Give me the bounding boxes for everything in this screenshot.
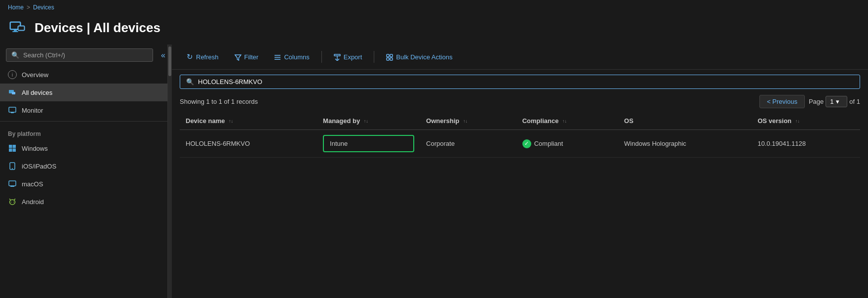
svg-marker-23 <box>235 55 241 60</box>
managed-by-highlighted-cell: Intune <box>323 135 414 152</box>
devices-page-icon <box>8 18 28 38</box>
ios-icon <box>8 162 17 170</box>
sidebar-item-label: All devices <box>22 89 52 96</box>
svg-point-15 <box>12 168 13 169</box>
svg-rect-17 <box>10 186 14 187</box>
of-label-text: of 1 <box>849 98 860 105</box>
svg-rect-12 <box>9 149 12 152</box>
breadcrumb: Home > Devices <box>0 0 868 15</box>
sidebar-scrollbar-thumb <box>168 46 171 76</box>
sidebar-item-macos[interactable]: macOS <box>0 175 167 193</box>
export-label: Export <box>344 53 362 61</box>
devices-table: Device name ↑↓ Managed by ↑↓ Ownership ↑… <box>180 112 860 158</box>
svg-rect-32 <box>390 58 393 60</box>
svg-rect-7 <box>12 92 15 94</box>
sidebar-search[interactable]: 🔍 Search (Ctrl+/) <box>6 48 153 62</box>
col-ownership[interactable]: Ownership ↑↓ <box>420 112 516 130</box>
device-search-input[interactable] <box>198 78 854 85</box>
sort-icon-managed-by: ↑↓ <box>364 119 368 124</box>
svg-rect-11 <box>13 145 16 148</box>
toolbar: ↻ Refresh Filter <box>172 44 868 70</box>
toolbar-divider-2 <box>374 51 374 63</box>
breadcrumb-home[interactable]: Home <box>8 4 24 11</box>
platform-section-label: By platform <box>0 124 167 139</box>
sidebar-search-placeholder: Search (Ctrl+/) <box>23 51 65 59</box>
breadcrumb-devices[interactable]: Devices <box>33 4 54 11</box>
refresh-icon: ↻ <box>187 52 193 61</box>
toolbar-divider-1 <box>321 51 322 63</box>
sidebar-scrollbar[interactable] <box>168 44 172 298</box>
svg-rect-30 <box>390 54 393 57</box>
svg-line-19 <box>10 199 11 200</box>
export-icon <box>334 53 341 61</box>
filter-button[interactable]: Filter <box>228 50 266 64</box>
svg-rect-3 <box>12 31 18 32</box>
device-search-container: 🔍 <box>172 70 868 91</box>
columns-icon <box>274 53 281 61</box>
cell-os-version: 10.0.19041.1128 <box>751 130 860 158</box>
col-os: OS <box>618 112 751 130</box>
sidebar-divider <box>0 121 167 122</box>
refresh-label: Refresh <box>196 53 219 61</box>
windows-icon <box>8 144 17 153</box>
android-icon <box>8 197 17 206</box>
svg-rect-10 <box>9 145 12 148</box>
cell-managed-by: Intune <box>317 130 420 158</box>
col-compliance[interactable]: Compliance ↑↓ <box>516 112 618 130</box>
page-label-text: Page <box>809 98 824 105</box>
col-managed-by[interactable]: Managed by ↑↓ <box>317 112 420 130</box>
table-row[interactable]: HOLOLENS-6RMKVO Intune Corporate ✓ Compl… <box>180 130 860 158</box>
sidebar-item-ios[interactable]: iOS/iPadOS <box>0 157 167 175</box>
cell-os: Windows Holographic <box>618 130 751 158</box>
svg-rect-31 <box>387 58 389 60</box>
svg-rect-16 <box>9 181 16 186</box>
bulk-actions-icon <box>386 53 393 61</box>
compliant-icon: ✓ <box>522 139 531 148</box>
macos-icon <box>8 179 17 188</box>
sidebar-item-monitor[interactable]: Monitor <box>0 101 167 119</box>
chevron-down-icon: ▾ <box>836 98 839 105</box>
cell-ownership: Corporate <box>420 130 516 158</box>
content-area: ↻ Refresh Filter <box>172 44 868 298</box>
monitor-icon <box>8 106 17 115</box>
records-showing-text: Showing 1 to 1 of 1 records <box>180 98 258 105</box>
sort-icon-ownership: ↑↓ <box>463 119 468 124</box>
page-header: Devices | All devices <box>0 15 868 44</box>
sidebar-item-label: Overview <box>22 71 48 79</box>
sidebar-item-label: iOS/iPadOS <box>22 163 56 170</box>
svg-rect-9 <box>11 112 14 113</box>
svg-point-18 <box>10 200 15 205</box>
svg-rect-28 <box>334 54 340 56</box>
svg-rect-5 <box>19 27 24 30</box>
page-dropdown[interactable]: 1 ▾ <box>826 96 847 107</box>
columns-button[interactable]: Columns <box>267 50 316 64</box>
svg-rect-8 <box>9 107 16 112</box>
col-device-name[interactable]: Device name ↑↓ <box>180 112 317 130</box>
bulk-actions-label: Bulk Device Actions <box>396 53 452 61</box>
sidebar-item-windows[interactable]: Windows <box>0 139 167 157</box>
export-button[interactable]: Export <box>327 50 369 64</box>
sidebar-item-android[interactable]: Android <box>0 193 167 211</box>
devices-icon <box>8 88 17 97</box>
device-search-box[interactable]: 🔍 <box>180 75 860 89</box>
sidebar-nav: i Overview All devices <box>0 66 167 298</box>
breadcrumb-separator: > <box>27 4 30 11</box>
sort-icon-os-version: ↑↓ <box>795 119 800 124</box>
svg-rect-2 <box>14 30 17 31</box>
sidebar-item-label: Windows <box>22 145 48 152</box>
sidebar-item-all-devices[interactable]: All devices <box>0 84 167 101</box>
page-selector: Page 1 ▾ of 1 <box>809 96 860 107</box>
previous-button[interactable]: < Previous <box>759 95 805 108</box>
svg-rect-13 <box>13 149 16 152</box>
sidebar-collapse-button[interactable]: « <box>159 51 167 60</box>
sidebar-item-label: Monitor <box>22 107 43 114</box>
refresh-button[interactable]: ↻ Refresh <box>180 49 226 64</box>
col-os-version[interactable]: OS version ↑↓ <box>751 112 860 130</box>
info-icon: i <box>8 70 17 79</box>
table-body: HOLOLENS-6RMKVO Intune Corporate ✓ Compl… <box>180 130 860 158</box>
table-header: Device name ↑↓ Managed by ↑↓ Ownership ↑… <box>180 112 860 130</box>
bulk-actions-button[interactable]: Bulk Device Actions <box>379 50 459 64</box>
svg-point-22 <box>13 202 14 203</box>
device-search-icon: 🔍 <box>186 78 194 85</box>
sidebar-item-overview[interactable]: i Overview <box>0 66 167 84</box>
